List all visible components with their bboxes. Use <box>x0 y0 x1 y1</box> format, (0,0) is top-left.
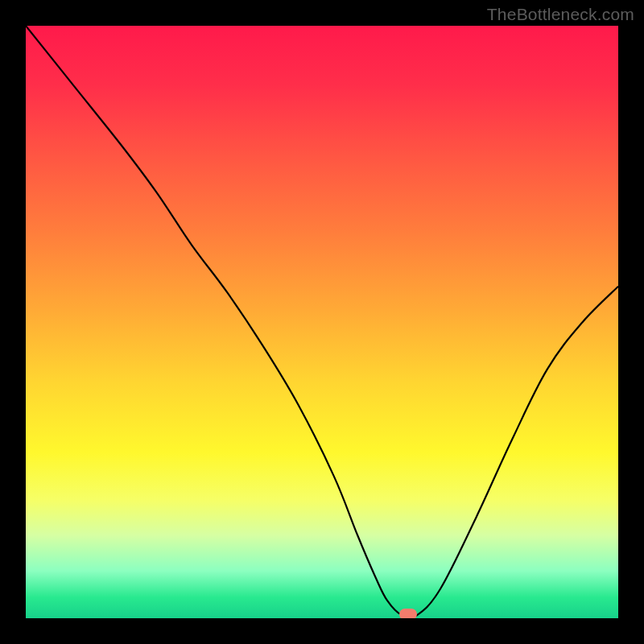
optimal-marker <box>399 609 417 618</box>
watermark-text: TheBottleneck.com <box>487 5 634 24</box>
gradient-background <box>26 26 618 618</box>
chart-frame: TheBottleneck.com <box>0 0 644 644</box>
plot-area <box>26 26 618 618</box>
